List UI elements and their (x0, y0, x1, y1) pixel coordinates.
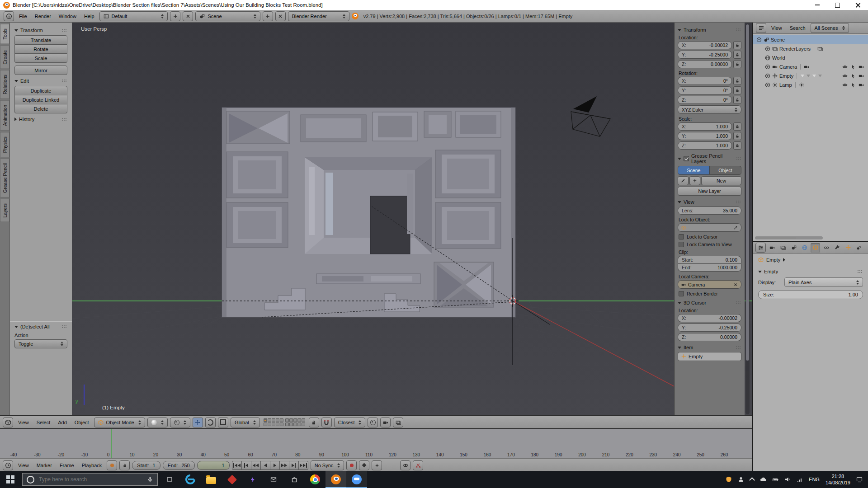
viewport-canvas[interactable]: y (72, 23, 752, 416)
object-menu[interactable]: Object (72, 420, 92, 425)
selectability-arrow-icon[interactable] (850, 64, 856, 70)
scrollbar-thumb[interactable] (755, 237, 796, 239)
unlink-button[interactable] (413, 460, 423, 470)
jump-next-keyframe-button[interactable] (289, 461, 299, 470)
taskbar-search[interactable] (22, 473, 158, 486)
play-reverse-button[interactable] (261, 461, 270, 470)
gp-tab-object[interactable]: Object (710, 166, 741, 175)
tab-scene[interactable] (789, 243, 798, 253)
tray-expand-caret-icon[interactable] (749, 477, 755, 483)
selectability-arrow-icon[interactable] (850, 82, 856, 88)
timeline-marker-menu[interactable]: Marker (34, 463, 55, 468)
lock-button[interactable] (733, 141, 741, 150)
transform-panel-header[interactable]: Transform (14, 28, 67, 33)
tab-object-data[interactable] (843, 243, 853, 253)
language-indicator[interactable]: ENG (809, 477, 820, 482)
mail-button[interactable] (263, 471, 284, 488)
editor-type-button[interactable] (755, 243, 766, 253)
chat-app-button[interactable] (346, 471, 367, 488)
lock-to-cursor-checkbox[interactable] (679, 234, 684, 239)
layer-block-2[interactable] (285, 418, 305, 426)
outliner-row-camera[interactable]: Camera (753, 62, 868, 71)
network-icon[interactable] (797, 476, 803, 483)
size-field[interactable]: Size:1.00 (758, 290, 863, 299)
duplicate-linked-button[interactable]: Duplicate Linked (14, 95, 67, 104)
editor-type-button[interactable] (3, 460, 13, 470)
app-red-button[interactable] (222, 471, 242, 488)
grease-pencil-checkbox[interactable] (684, 156, 689, 161)
chrome-button[interactable] (305, 471, 326, 488)
translate-button[interactable]: Translate (14, 35, 67, 45)
lens-field[interactable]: Lens:35.000 (678, 206, 741, 215)
start-button[interactable] (0, 471, 21, 488)
link-button[interactable] (400, 460, 410, 470)
opengl-render-anim-button[interactable] (393, 418, 403, 427)
lock-button[interactable] (733, 51, 741, 59)
location-y-field[interactable]: Y:-0.25000 (678, 51, 732, 59)
outliner-view-menu[interactable]: View (769, 25, 785, 31)
rotation-mode-dropdown[interactable]: XYZ Euler (678, 105, 741, 114)
record-button[interactable] (346, 460, 357, 470)
action-dropdown[interactable]: Toggle (14, 339, 67, 348)
history-panel-header[interactable]: History (14, 117, 67, 122)
item-panel-header[interactable]: Item (678, 345, 741, 350)
rotation-y-field[interactable]: Y:0° (678, 86, 732, 94)
outliner-row-world[interactable]: World (753, 53, 868, 62)
scale-button[interactable]: Scale (14, 54, 67, 63)
display-dropdown[interactable]: Plain Axes (784, 277, 863, 287)
sync-dropdown[interactable]: No Sync (311, 460, 344, 470)
lock-button[interactable] (733, 132, 741, 140)
delete-screen-button[interactable] (183, 11, 193, 21)
file-menu[interactable]: File (16, 14, 30, 19)
help-menu[interactable]: Help (81, 14, 97, 19)
auto-keyframe-button[interactable] (107, 460, 117, 470)
taskbar-search-input[interactable] (38, 476, 143, 483)
n-panel-scrollbar[interactable] (745, 24, 750, 414)
expand-plus-icon[interactable] (765, 73, 770, 79)
eyedropper-icon[interactable] (733, 225, 738, 230)
pivot-dropdown[interactable] (170, 418, 190, 427)
selectability-arrow-icon[interactable] (850, 73, 856, 79)
clip-end-field[interactable]: End:1000.000 (678, 264, 741, 272)
frame-start-field[interactable]: Start:1 (132, 461, 160, 470)
outliner-row-scene[interactable]: Scene (753, 35, 868, 44)
snap-toggle-button[interactable] (321, 418, 332, 427)
jump-prev-keyframe-button[interactable] (242, 461, 251, 470)
gp-new-button[interactable]: New (701, 176, 741, 185)
snap-target-button[interactable] (368, 418, 378, 427)
speaker-icon[interactable] (784, 476, 791, 483)
clear-x-icon[interactable] (733, 282, 738, 287)
visibility-eye-icon[interactable] (842, 82, 848, 88)
tab-world[interactable] (800, 243, 809, 253)
screen-layout-dropdown[interactable]: Default (99, 11, 168, 21)
store-button[interactable] (284, 471, 305, 488)
timeline-ruler[interactable]: -40-30-20-100102030405060708090100110120… (0, 429, 752, 458)
timeline-playback-menu[interactable]: Playback (79, 463, 105, 468)
rotate-button[interactable]: Rotate (14, 45, 67, 54)
current-frame-playhead[interactable] (111, 429, 112, 458)
view-menu[interactable]: View (15, 420, 32, 425)
rotation-z-field[interactable]: Z:0° (678, 96, 732, 104)
view-panel-header[interactable]: View (678, 199, 741, 205)
lock-button[interactable] (733, 86, 741, 94)
tab-render-layers[interactable] (778, 243, 788, 253)
collapse-minus-icon[interactable] (756, 37, 762, 42)
lock-button[interactable] (733, 96, 741, 104)
current-frame-field[interactable]: 1 (197, 461, 230, 470)
toolshelf-tab-physics[interactable]: Physics (0, 132, 9, 157)
shading-dropdown[interactable] (147, 418, 168, 427)
expand-plus-icon[interactable] (765, 46, 770, 52)
delete-button[interactable]: Delete (14, 104, 67, 113)
render-menu[interactable]: Render (32, 14, 54, 19)
blender-taskbar-button[interactable] (326, 471, 346, 488)
edge-button[interactable] (180, 471, 201, 488)
scale-y-field[interactable]: Y:1.000 (678, 132, 732, 140)
minimize-button[interactable] (807, 0, 827, 10)
scrollbar-thumb[interactable] (746, 24, 749, 361)
lock-button[interactable] (733, 122, 741, 131)
jump-to-start-button[interactable] (232, 461, 242, 470)
render-border-checkbox[interactable] (679, 291, 684, 296)
empty-panel-header[interactable]: Empty (758, 269, 863, 274)
visibility-eye-icon[interactable] (842, 64, 848, 70)
editor-type-button[interactable] (4, 11, 14, 21)
